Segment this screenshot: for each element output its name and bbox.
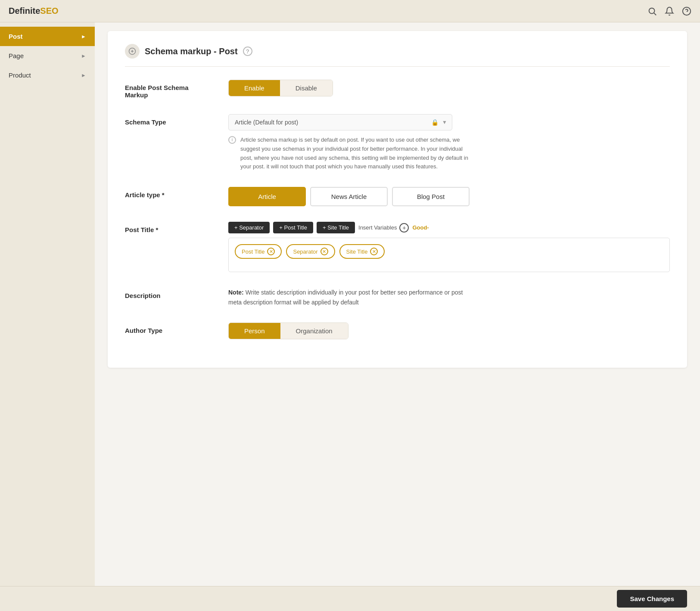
- schema-icon: [125, 44, 140, 59]
- sidebar-item-page-label: Page: [9, 52, 24, 59]
- description-note-text: Write static description individually in…: [228, 289, 463, 305]
- good-label: Good-: [412, 224, 429, 231]
- main-layout: Post ► Page ► Product ► Schema markup - …: [0, 22, 700, 586]
- schema-type-control: Article (Default for post) 🔒 ▼ i Article…: [228, 114, 670, 171]
- bell-icon[interactable]: [665, 6, 674, 16]
- sidebar: Post ► Page ► Product ►: [0, 22, 95, 586]
- post-title-chip-close[interactable]: ✕: [267, 248, 275, 255]
- sidebar-item-post-label: Post: [9, 33, 23, 40]
- schema-type-row: Schema Type Article (Default for post) 🔒…: [125, 114, 670, 171]
- enable-button[interactable]: Enable: [229, 80, 280, 96]
- article-type-control: Article News Article Blog Post: [228, 187, 670, 206]
- logo-seo: SEO: [40, 6, 58, 16]
- post-title-chip-label: Post Title: [242, 248, 264, 255]
- sidebar-item-page[interactable]: Page ►: [0, 46, 95, 65]
- sidebar-item-post[interactable]: Post ►: [0, 27, 95, 46]
- post-title-label: Post Title *: [125, 222, 211, 233]
- add-site-title-button[interactable]: + Site Title: [317, 222, 355, 233]
- main-card: Schema markup - Post ? Enable Post Schem…: [108, 31, 687, 368]
- blog-post-button[interactable]: Blog Post: [392, 187, 470, 206]
- page-help-icon[interactable]: ?: [243, 47, 252, 56]
- sidebar-item-product-label: Product: [9, 71, 31, 79]
- site-title-chip: Site Title ✕: [339, 244, 385, 259]
- description-row: Description Note: Write static descripti…: [125, 288, 670, 307]
- person-button[interactable]: Person: [229, 323, 280, 339]
- description-control: Note: Write static description individua…: [228, 288, 670, 307]
- enable-toggle-group: Enable Disable: [228, 80, 333, 96]
- logo: DefiniteSEO: [9, 6, 59, 16]
- enable-schema-control: Enable Disable: [228, 80, 670, 96]
- chevron-right-icon-product: ►: [81, 72, 86, 78]
- bottom-bar: Save Changes: [0, 586, 700, 611]
- insert-variables-label: Insert Variables: [358, 224, 397, 231]
- add-post-title-button[interactable]: + Post Title: [273, 222, 313, 233]
- description-label: Description: [125, 288, 211, 299]
- svg-point-0: [649, 8, 655, 13]
- article-button[interactable]: Article: [228, 187, 306, 206]
- article-type-row: Article type * Article News Article Blog…: [125, 187, 670, 206]
- tags-input-area[interactable]: Post Title ✕ Separator ✕ Site Title ✕: [228, 238, 670, 272]
- schema-type-select[interactable]: Article (Default for post): [228, 114, 452, 130]
- post-title-control: + Separator + Post Title + Site Title In…: [228, 222, 670, 272]
- help-circle-icon[interactable]: [682, 6, 691, 16]
- post-title-row: Post Title * + Separator + Post Title + …: [125, 222, 670, 272]
- organization-button[interactable]: Organization: [280, 323, 348, 339]
- enable-schema-label: Enable Post Schema Markup: [125, 80, 211, 99]
- post-title-chip: Post Title ✕: [235, 244, 282, 259]
- schema-type-label: Schema Type: [125, 114, 211, 126]
- save-changes-button[interactable]: Save Changes: [617, 590, 687, 608]
- sidebar-item-product[interactable]: Product ►: [0, 65, 95, 85]
- insert-variables-button[interactable]: Insert Variables +: [358, 223, 409, 233]
- page-header: Schema markup - Post ?: [125, 44, 670, 67]
- header-icons: [647, 6, 691, 16]
- description-note: Note: Write static description individua…: [228, 288, 470, 307]
- separator-chip-label: Separator: [293, 248, 317, 255]
- svg-line-1: [654, 13, 656, 15]
- article-type-label: Article type *: [125, 187, 211, 198]
- author-type-row: Author Type Person Organization: [125, 323, 670, 339]
- disable-button[interactable]: Disable: [280, 80, 333, 96]
- add-separator-button[interactable]: + Separator: [228, 222, 270, 233]
- separator-chip-close[interactable]: ✕: [320, 248, 328, 255]
- author-type-label: Author Type: [125, 323, 211, 334]
- schema-select-wrapper: Article (Default for post) 🔒 ▼: [228, 114, 452, 130]
- schema-type-info-text: Article schema markup is set by default …: [240, 136, 470, 171]
- page-title: Schema markup - Post: [145, 47, 238, 56]
- info-icon: i: [228, 136, 236, 144]
- insert-plus-icon: +: [399, 223, 409, 233]
- author-type-control: Person Organization: [228, 323, 670, 339]
- news-article-button[interactable]: News Article: [310, 187, 388, 206]
- schema-type-info: i Article schema markup is set by defaul…: [228, 136, 470, 171]
- separator-chip: Separator ✕: [286, 244, 335, 259]
- dropdown-arrow-icon: ▼: [442, 119, 447, 125]
- article-type-group: Article News Article Blog Post: [228, 187, 670, 206]
- chevron-right-icon-page: ►: [81, 53, 86, 59]
- top-header: DefiniteSEO: [0, 0, 700, 22]
- site-title-chip-close[interactable]: ✕: [370, 248, 378, 255]
- schema-type-value: Article (Default for post): [235, 119, 298, 126]
- content-area: Schema markup - Post ? Enable Post Schem…: [95, 22, 700, 586]
- search-icon[interactable]: [647, 6, 657, 16]
- chevron-right-icon: ►: [81, 34, 86, 40]
- tag-buttons-row: + Separator + Post Title + Site Title In…: [228, 222, 670, 233]
- logo-definite: Definite: [9, 6, 40, 16]
- author-toggle-group: Person Organization: [228, 323, 348, 339]
- lock-icon: 🔒: [431, 119, 439, 126]
- enable-schema-row: Enable Post Schema Markup Enable Disable: [125, 80, 670, 99]
- site-title-chip-label: Site Title: [346, 248, 368, 255]
